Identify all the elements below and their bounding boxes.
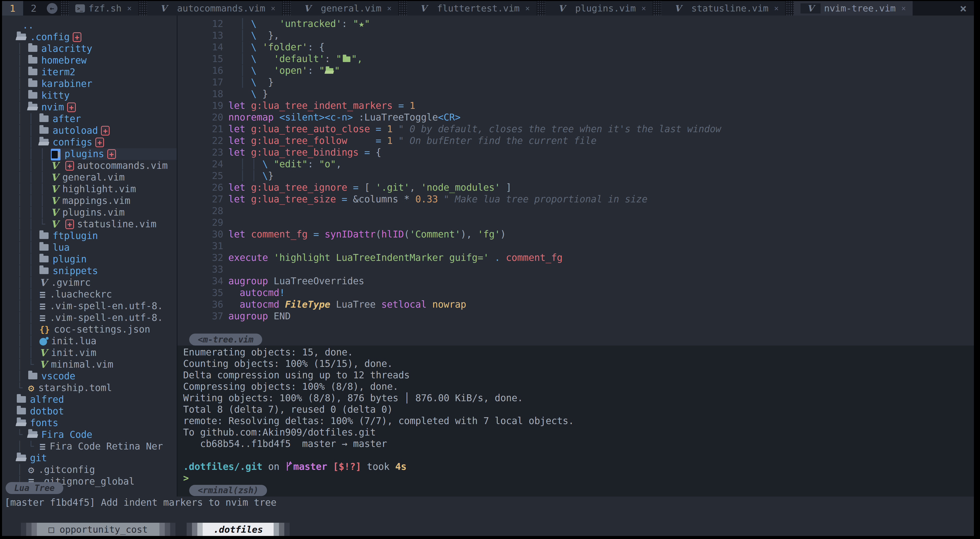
terminal-line[interactable]: Counting objects: 100% (15/15), done. <box>178 358 974 369</box>
terminal-line[interactable]: To github.com:Akin909/dotfiles.git <box>178 427 974 438</box>
code-line-17[interactable]: 17 │ \ } <box>178 76 974 88</box>
tree-item-vscode[interactable]: │ vscode <box>17 370 177 382</box>
tree-item-.vim-spell-en.utf-8.[interactable]: │ │ ≡.vim-spell-en.utf-8. <box>17 312 177 324</box>
tree-item-autocommands.vim[interactable]: │ │ │ V+autocommands.vim <box>17 160 177 172</box>
code-line-19[interactable]: 19let g:lua_tree_indent_markers = 1 <box>178 100 974 111</box>
code-line-24[interactable]: 24 │ │ \ "edit": "o", <box>178 158 974 170</box>
tab-close-icon[interactable]: × <box>525 4 530 13</box>
tree-item-Fira Code[interactable]: └ Fira Code <box>17 429 177 440</box>
tmux-window-number-1[interactable]: 1 <box>2 1 23 16</box>
tree-item-plugins[interactable]: │ │ │ plugins+ <box>17 148 177 160</box>
terminal-line[interactable] <box>178 450 974 461</box>
terminal-panel[interactable]: Enumerating objects: 15, done. Counting … <box>178 345 974 496</box>
tree-item-init.vim[interactable]: │ │ Vinit.vim <box>17 347 177 359</box>
code-line-28[interactable]: 28 <box>178 205 974 217</box>
tree-item-statusline.vim[interactable]: │ │ └ V+statusline.vim <box>17 218 177 230</box>
terminal-line[interactable]: Enumerating objects: 15, done. <box>178 347 974 358</box>
tree-item-.vim-spell-en.utf-8.[interactable]: │ │ ≡.vim-spell-en.utf-8. <box>17 300 177 312</box>
terminal-line[interactable]: Writing objects: 100% (8/8), 876 bytes │… <box>178 392 974 404</box>
terminal-line[interactable]: cb68b54..f1bd4f5 master → master <box>178 438 974 450</box>
tree-item-fonts[interactable]: fonts <box>17 417 177 429</box>
tree-item-nvim[interactable]: │ nvim+ <box>17 102 177 113</box>
tree-item-alfred[interactable]: alfred <box>17 394 177 405</box>
tree-item-minimal.vim[interactable]: │ └ Vminimal.vim <box>17 359 177 370</box>
tree-item-..[interactable]: .. <box>17 19 177 31</box>
tmux-window-number-2[interactable]: 2 <box>23 1 44 16</box>
tmux-window-segment-2[interactable]: .dotfiles <box>187 523 290 536</box>
terminal-line[interactable]: Delta compression using up to 12 threads <box>178 369 974 381</box>
tab-close-icon[interactable]: × <box>774 4 779 13</box>
tree-item-ftplugin[interactable]: │ │ ftplugin <box>17 230 177 242</box>
code-line-21[interactable]: 21let g:lua_tree_auto_close = 1 " 0 by d… <box>178 123 974 135</box>
tab-nvim-tree.vim[interactable]: Vnvim-tree.vim× <box>794 1 912 16</box>
tab-close-icon[interactable]: × <box>641 4 646 13</box>
tree-item-autoload[interactable]: │ │ autoload+ <box>17 125 177 137</box>
code-line-30[interactable]: 30let comment_fg = synIDattr(hlID('Comme… <box>178 229 974 240</box>
code-line-36[interactable]: 36 autocmd FileType LuaTree setlocal now… <box>178 299 974 310</box>
tree-item-kitty[interactable]: │ kitty <box>17 90 177 102</box>
tab-general.vim[interactable]: Vgeneral.vim× <box>291 1 398 16</box>
code-line-35[interactable]: 35 autocmd! <box>178 287 974 299</box>
terminal-line[interactable]: Compressing objects: 100% (8/8), done. <box>178 381 974 392</box>
tree-item-homebrew[interactable]: │ homebrew <box>17 55 177 66</box>
tree-item-lua[interactable]: │ │ lua <box>17 242 177 253</box>
code-line-27[interactable]: 27let g:lua_tree_size = &columns * 0.33 … <box>178 194 974 205</box>
tree-item-dotbot[interactable]: dotbot <box>17 405 177 417</box>
tab-close-icon[interactable]: × <box>901 4 906 13</box>
tree-item-plugins.vim[interactable]: │ │ │ Vplugins.vim <box>17 207 177 218</box>
tree-item-starship.toml[interactable]: └ ⚙starship.toml <box>17 382 177 394</box>
tree-item-.config[interactable]: .config+ <box>17 31 177 43</box>
tmux-window-segment-1[interactable]: □ opportunity_cost <box>21 523 175 536</box>
code-line-12[interactable]: 12 │ \ 'untracked': "★" <box>178 18 974 30</box>
tree-item-git[interactable]: git <box>17 452 177 464</box>
tab-fluttertest.vim[interactable]: Vfluttertest.vim× <box>407 1 536 16</box>
tmux-repo-label[interactable]: .dotfiles <box>203 523 274 536</box>
tree-item-mappings.vim[interactable]: │ │ │ Vmappings.vim <box>17 195 177 207</box>
tree-item-configs[interactable]: │ │ configs+ <box>17 137 177 148</box>
tree-item-init.lua[interactable]: │ │ init.lua <box>17 335 177 347</box>
code-line-23[interactable]: 23let g:lua_tree_bindings = { <box>178 147 974 158</box>
tab-statusline.vim[interactable]: Vstatusline.vim× <box>661 1 785 16</box>
code-line-26[interactable]: 26let g:lua_tree_ignore = [ '.git', 'nod… <box>178 182 974 194</box>
tree-item-alacritty[interactable]: │ alacritty <box>17 43 177 55</box>
code-line-33[interactable]: 33 <box>178 264 974 275</box>
terminal-line[interactable]: remote: Resolving deltas: 100% (7/7), co… <box>178 415 974 427</box>
terminal-line[interactable]: > <box>178 472 974 484</box>
code-line-22[interactable]: 22let g:lua_tree_follow = 1 " On bufEnte… <box>178 135 974 147</box>
code-line-32[interactable]: 32execute 'highlight LuaTreeIndentMarker… <box>178 252 974 264</box>
tab-close-icon[interactable]: × <box>387 4 391 13</box>
tab-plugins.vim[interactable]: Vplugins.vim× <box>545 1 653 16</box>
tree-item-.gitconfig[interactable]: │ ⚙.gitconfig <box>17 464 177 476</box>
tree-item-karabiner[interactable]: │ karabiner <box>17 78 177 90</box>
tab-autocommands.vim[interactable]: Vautocommands.vim× <box>147 1 282 16</box>
code-line-34[interactable]: 34augroup LuaTreeOverrides <box>178 275 974 287</box>
code-line-29[interactable]: 29 <box>178 217 974 229</box>
close-all-icon[interactable]: × <box>960 2 967 15</box>
tree-item-snippets[interactable]: │ │ snippets <box>17 265 177 277</box>
tab-fzf.sh[interactable]: >_fzf.sh× <box>68 1 138 16</box>
code-line-14[interactable]: 14 │ \ 'folder': { <box>178 41 974 53</box>
tab-close-icon[interactable]: × <box>271 4 275 13</box>
code-line-37[interactable]: 37augroup END <box>178 310 974 322</box>
back-circle-arrow-icon[interactable]: ← <box>47 3 57 14</box>
tree-item-plugin[interactable]: │ │ plugin <box>17 253 177 265</box>
tab-close-icon[interactable]: × <box>127 4 132 13</box>
tree-item-.luacheckrc[interactable]: │ │ ≡.luacheckrc <box>17 289 177 300</box>
tree-item-Fira Code Retina Ner[interactable]: │ └ ≡Fira Code Retina Ner <box>17 440 177 452</box>
editor-panel[interactable]: 12 │ \ 'untracked': "★"13 │ \ },14 │ \ '… <box>178 16 974 345</box>
code-line-13[interactable]: 13 │ \ }, <box>178 30 974 41</box>
file-tree-panel[interactable]: ...config+│ alacritty│ homebrew│ iterm2│… <box>2 16 178 496</box>
code-line-20[interactable]: 20nnoremap <silent><c-n> :LuaTreeToggle<… <box>178 111 974 123</box>
tree-item-iterm2[interactable]: │ iterm2 <box>17 66 177 78</box>
terminal-line[interactable]: .dotfiles/.git on master [$!?] took 4s <box>178 461 974 472</box>
tree-item-general.vim[interactable]: │ │ │ Vgeneral.vim <box>17 172 177 183</box>
terminal-line[interactable]: Total 8 (delta 7), reused 0 (delta 0) <box>178 404 974 415</box>
code-line-25[interactable]: 25 │ │ \} <box>178 170 974 182</box>
code-line-16[interactable]: 16 │ \ 'open': "" <box>178 65 974 76</box>
code-line-18[interactable]: 18 \ } <box>178 88 974 100</box>
tree-item-after[interactable]: │ │ after <box>17 113 177 125</box>
tree-item-highlight.vim[interactable]: │ │ │ Vhighlight.vim <box>17 183 177 195</box>
tree-item-coc-settings.json[interactable]: │ │ {}coc-settings.json <box>17 324 177 335</box>
code-line-15[interactable]: 15 │ \ 'default': "", <box>178 53 974 65</box>
code-line-31[interactable]: 31 <box>178 240 974 252</box>
